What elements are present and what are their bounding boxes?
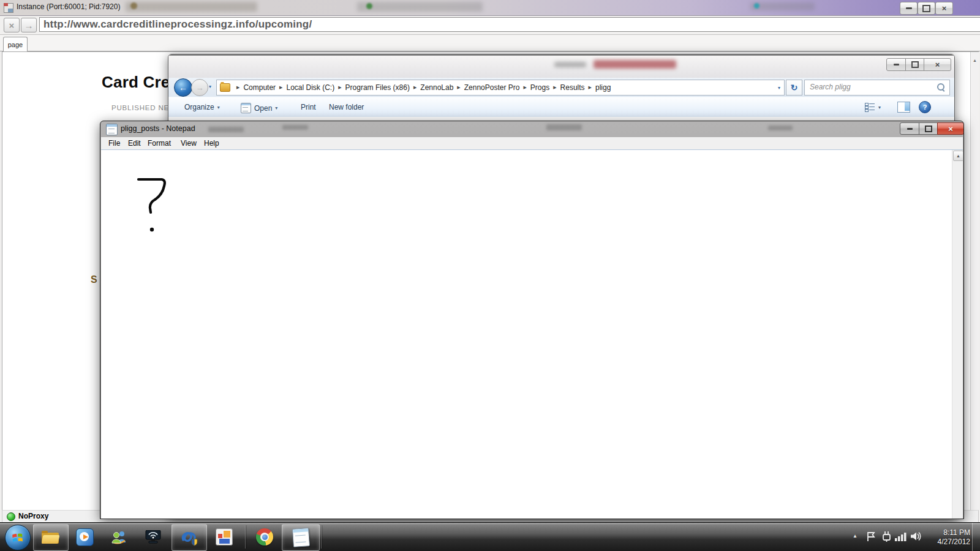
- minimize-icon: [907, 128, 913, 130]
- breadcrumb-item-results[interactable]: Results: [560, 83, 585, 92]
- blurred-red-text: [594, 60, 676, 69]
- notepad-text-area[interactable]: ▲: [101, 149, 963, 519]
- scroll-up-icon[interactable]: ▲: [971, 56, 979, 64]
- tab-page[interactable]: page: [3, 37, 28, 51]
- desktop: Instance (Port:60001; Pid:7920) × × → pa…: [0, 0, 980, 551]
- clock-date: 4/27/2012: [938, 538, 970, 547]
- taskbar-button-zennoposter[interactable]: [172, 524, 207, 551]
- close-button[interactable]: ×: [924, 58, 951, 71]
- minimize-button[interactable]: [900, 2, 918, 15]
- close-button[interactable]: ×: [935, 2, 953, 15]
- menu-edit[interactable]: Edit: [128, 139, 141, 148]
- show-desktop-button[interactable]: [972, 523, 980, 551]
- app-window-icon: [4, 3, 13, 13]
- minimize-button[interactable]: [886, 58, 906, 71]
- close-icon: ×: [942, 4, 947, 12]
- messenger-icon: [111, 530, 127, 544]
- page-scrollbar[interactable]: ▲: [970, 52, 979, 511]
- notepad-titlebar[interactable]: pligg_posts - Notepad ×: [100, 121, 963, 137]
- breadcrumb-item-zennoposter-pro[interactable]: ZennoPoster Pro: [464, 83, 520, 92]
- new-folder-label: New folder: [329, 103, 364, 111]
- power-plug-icon[interactable]: [881, 531, 892, 542]
- minimize-icon: [894, 64, 899, 66]
- address-input[interactable]: [39, 17, 980, 32]
- print-button[interactable]: Print: [301, 103, 316, 111]
- crumb-separator-icon: ▶: [236, 85, 239, 90]
- organize-button[interactable]: Organize ▾: [184, 103, 220, 111]
- clock-time: 8:11 PM: [943, 528, 970, 538]
- taskbar-button-messenger[interactable]: [102, 524, 136, 550]
- menu-file[interactable]: File: [108, 139, 120, 148]
- taskbar-button-chrome[interactable]: [247, 524, 282, 550]
- taskbar-button-remote-display[interactable]: [136, 524, 170, 550]
- minimize-icon: [906, 7, 912, 9]
- address-dropdown-icon[interactable]: ▾: [778, 85, 780, 91]
- taskbar: ▲ 8:11 PM 4/27/2012: [0, 522, 980, 551]
- menu-help[interactable]: Help: [204, 139, 219, 148]
- refresh-icon: ↻: [791, 83, 798, 92]
- clipped-page-text: S: [91, 274, 97, 285]
- explorer-titlebar[interactable]: ×: [168, 54, 954, 78]
- notepad-window-title: pligg_posts - Notepad: [121, 124, 195, 133]
- notepad-scrollbar[interactable]: ▲: [952, 150, 963, 519]
- proxy-status-icon: [7, 512, 15, 521]
- close-button[interactable]: ×: [937, 122, 964, 135]
- breadcrumb-item-zennolab[interactable]: ZennoLab: [420, 83, 453, 92]
- preview-pane-icon: [905, 102, 910, 111]
- go-button[interactable]: →: [21, 18, 37, 32]
- maximize-button[interactable]: [905, 58, 924, 71]
- stop-button[interactable]: ×: [4, 18, 20, 32]
- views-icon: [865, 103, 875, 111]
- go-arrow-icon: →: [24, 20, 34, 31]
- volume-icon[interactable]: [910, 531, 922, 541]
- blurred-ghost-text: [554, 62, 586, 67]
- restore-button[interactable]: [918, 2, 935, 15]
- chrome-icon: [256, 528, 273, 545]
- window-top-edge: [168, 54, 954, 56]
- new-folder-button[interactable]: New folder: [329, 103, 364, 111]
- network-signal-icon[interactable]: [895, 532, 908, 541]
- crumb-separator-icon: ▶: [457, 85, 460, 90]
- breadcrumb-item-pligg[interactable]: pligg: [595, 83, 611, 92]
- forward-arrow-icon: →: [196, 83, 204, 92]
- taskbar-separator: [245, 525, 246, 549]
- back-button[interactable]: ←: [174, 78, 192, 97]
- preview-pane-button[interactable]: [897, 102, 910, 113]
- breadcrumb-item-computer[interactable]: Computer: [243, 83, 276, 92]
- maximize-icon: [925, 126, 932, 132]
- taskbar-button-media-player[interactable]: [67, 524, 102, 550]
- views-button[interactable]: ▾: [865, 103, 881, 111]
- taskbar-separator: [321, 525, 322, 549]
- recent-pages-dropdown[interactable]: ▾: [209, 84, 211, 89]
- breadcrumb-item-local-disk[interactable]: Local Disk (C:): [286, 83, 334, 92]
- open-label: Open: [254, 104, 272, 113]
- start-button[interactable]: [5, 525, 31, 550]
- show-hidden-icons-button[interactable]: ▲: [853, 533, 858, 539]
- breadcrumb-item-program-files[interactable]: Program Files (x86): [345, 83, 410, 92]
- taskbar-button-zennolab-programs[interactable]: [207, 524, 241, 550]
- refresh-button[interactable]: ↻: [786, 80, 802, 96]
- explorer-command-bar: Organize ▾ Open ▾ Print New folder ▾: [168, 97, 954, 118]
- chevron-down-icon: ▾: [209, 84, 211, 89]
- blurred-favicon: [366, 3, 372, 9]
- action-center-flag-icon[interactable]: [866, 531, 876, 542]
- taskbar-button-explorer[interactable]: [33, 524, 69, 551]
- blurred-ghost-text: [768, 126, 793, 130]
- menu-view[interactable]: View: [181, 139, 197, 148]
- chevron-down-icon: ▾: [878, 105, 881, 110]
- breadcrumb[interactable]: ▶ Computer ▶ Local Disk (C:) ▶ Program F…: [216, 80, 785, 96]
- search-input[interactable]: [805, 80, 941, 94]
- maximize-button[interactable]: [919, 122, 938, 135]
- minimize-button[interactable]: [900, 122, 919, 135]
- taskbar-button-notepad[interactable]: [282, 524, 320, 551]
- instance-titlebar[interactable]: Instance (Port:60001; Pid:7920) ×: [0, 0, 980, 16]
- forward-button[interactable]: →: [191, 79, 208, 96]
- notepad-icon: [292, 528, 309, 547]
- help-button[interactable]: ?: [919, 101, 931, 113]
- open-button[interactable]: Open ▾: [241, 103, 277, 113]
- scroll-up-icon[interactable]: ▲: [953, 151, 963, 161]
- breadcrumb-item-progs[interactable]: Progs: [530, 83, 549, 92]
- menu-format[interactable]: Format: [148, 139, 171, 148]
- folder-icon: [220, 83, 230, 92]
- clock[interactable]: 8:11 PM 4/27/2012: [921, 526, 970, 549]
